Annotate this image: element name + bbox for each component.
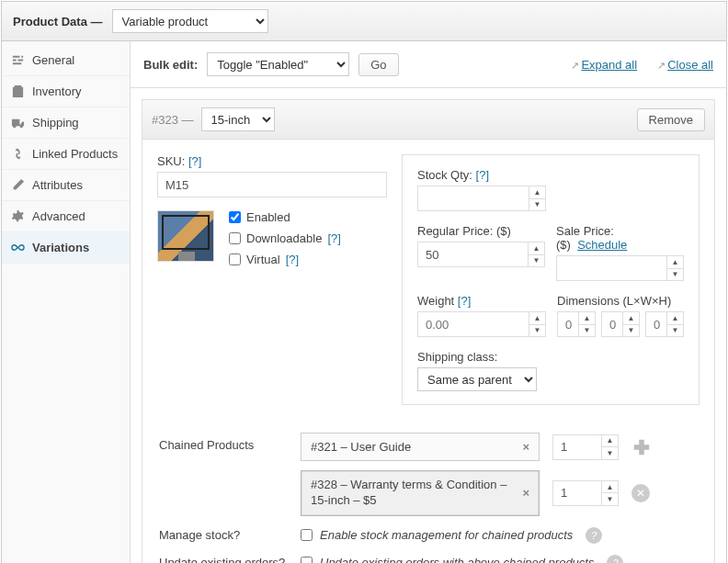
weight-input[interactable] [417,311,546,337]
sliders-icon [11,53,25,67]
go-button[interactable]: Go [358,53,398,76]
expand-all-link[interactable]: ↗Expand all [571,58,637,72]
update-orders-label: Update existing orders? [159,556,288,563]
help-icon[interactable]: ? [607,555,623,563]
variation-id: #323 — [152,113,194,127]
help-icon[interactable]: [?] [327,231,340,245]
gear-icon [11,209,25,223]
shipping-class-label: Shipping class: [417,350,684,364]
remove-button[interactable]: Remove [637,108,705,131]
truck-icon [11,116,25,129]
help-icon[interactable]: [?] [458,294,471,308]
regular-price-input[interactable] [417,242,545,267]
variation-image[interactable] [157,210,214,262]
sidebar-item-attributes[interactable]: Attributes [2,170,130,201]
stepper[interactable]: ▲▼ [529,312,545,336]
variation-attr-select[interactable]: 15-inch [201,107,275,131]
sidebar-item-shipping[interactable]: Shipping [2,107,130,139]
bulk-action-select[interactable]: Toggle "Enabled" [207,52,349,76]
pencil-icon [11,178,25,192]
virtual-checkbox[interactable]: Virtual [?] [229,253,341,266]
add-icon[interactable] [631,437,652,457]
remove-row-icon[interactable]: ✕ [631,484,650,502]
bulk-edit-label: Bulk edit: [143,58,198,72]
stepper[interactable]: ▲▼ [528,242,544,266]
sidebar-item-linked[interactable]: Linked Products [2,139,130,170]
regular-price-label: Regular Price: ($) [417,224,545,238]
stock-qty-label: Stock Qty: [417,168,472,182]
product-type-select[interactable]: Variable product [112,9,268,33]
bulk-edit-bar: Bulk edit: Toggle "Enabled" Go ↗Expand a… [131,41,726,88]
sku-label: SKU: [157,154,185,168]
variation-panel: #323 — 15-inch Remove SKU: [?] Enabled D… [142,99,715,563]
stepper[interactable]: ▲▼ [666,256,683,280]
update-orders-checkbox[interactable]: Update existing orders with above chaine… [301,555,623,563]
variation-header: #323 — 15-inch Remove [142,100,714,140]
dimensions-label: Dimensions (L×W×H) [557,294,684,308]
manage-stock-label: Manage stock? [159,528,288,542]
sidebar-item-advanced[interactable]: Advanced [2,201,130,232]
help-icon[interactable]: [?] [476,168,489,182]
clipboard-icon [11,84,25,98]
sidebar: General Inventory Shipping Linked Produc… [2,41,131,563]
sidebar-item-inventory[interactable]: Inventory [2,76,130,107]
stock-qty-input[interactable] [417,186,546,211]
manage-stock-checkbox[interactable]: Enable stock management for chained prod… [301,527,602,544]
panel-title: Product Data — [13,15,103,28]
schedule-link[interactable]: Schedule [577,238,627,252]
sale-price-input[interactable] [556,255,684,281]
panel-header: Product Data — Variable product [2,2,726,41]
sidebar-item-general[interactable]: General [2,45,130,76]
help-icon[interactable]: ? [586,527,602,544]
shipping-class-select[interactable]: Same as parent [417,367,537,391]
sku-input[interactable] [157,172,387,197]
remove-tag-icon[interactable]: × [522,486,529,500]
sidebar-item-variations[interactable]: Variations [2,232,130,264]
infinity-icon [11,241,25,254]
link-icon [11,147,25,161]
enabled-checkbox[interactable]: Enabled [229,210,341,224]
weight-label: Weight [417,294,454,308]
remove-tag-icon[interactable]: × [522,440,529,454]
chained-products-label: Chained Products [159,433,288,452]
chained-product-tag[interactable]: #328 – Warranty terms & Condition – 15-i… [301,470,540,516]
stepper[interactable]: ▲▼ [529,186,545,210]
help-icon[interactable]: [?] [286,253,299,266]
close-all-link[interactable]: ↗Close all [657,58,713,72]
help-icon[interactable]: [?] [188,154,201,168]
downloadable-checkbox[interactable]: Downloadable [?] [229,231,341,245]
chained-product-tag[interactable]: #321 – User Guide× [301,433,540,461]
